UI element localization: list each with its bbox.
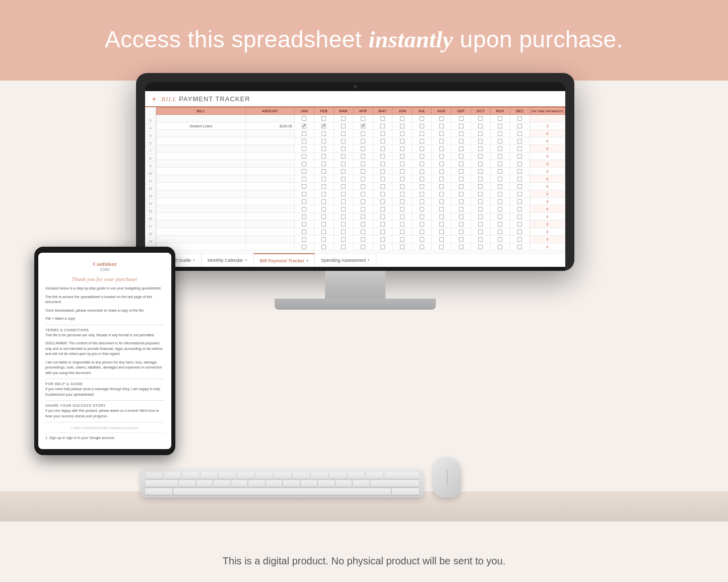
cell-month[interactable] [471, 243, 491, 251]
cell-month[interactable] [510, 221, 530, 228]
cell-month[interactable] [490, 137, 510, 145]
cell-month[interactable] [432, 228, 451, 236]
cell-month[interactable] [334, 243, 353, 251]
cell-month[interactable] [373, 198, 392, 205]
cell-month[interactable] [392, 130, 412, 137]
cell-month[interactable] [490, 168, 510, 175]
cell-month[interactable] [353, 198, 373, 205]
cell-month[interactable] [392, 228, 412, 236]
cell-month[interactable] [295, 175, 314, 183]
cell-month[interactable] [353, 153, 373, 160]
cell-month[interactable] [295, 198, 314, 205]
cell-month[interactable] [392, 198, 412, 205]
cell-month[interactable] [451, 130, 471, 137]
cell-month[interactable] [334, 236, 353, 243]
cell-month[interactable] [451, 160, 471, 168]
cell-month[interactable] [314, 183, 334, 190]
cell-month[interactable] [353, 183, 373, 190]
cell-month[interactable] [353, 205, 373, 213]
cell-month[interactable] [451, 183, 471, 190]
cell-month[interactable] [510, 153, 530, 160]
cell-month[interactable] [412, 205, 432, 213]
cell-month[interactable] [510, 213, 530, 221]
cell-month[interactable] [314, 205, 334, 213]
cell-month[interactable] [471, 168, 491, 175]
cell-month[interactable] [412, 183, 432, 190]
cell-month[interactable] [412, 243, 432, 251]
cell-month[interactable] [471, 130, 491, 137]
cell-month[interactable] [353, 137, 373, 145]
cell-month[interactable] [451, 175, 471, 183]
cell-month[interactable] [295, 153, 314, 160]
cell-month[interactable] [334, 137, 353, 145]
cell-month[interactable] [314, 122, 334, 130]
cell-month[interactable] [510, 130, 530, 137]
cell-month[interactable] [314, 168, 334, 175]
cell-month[interactable] [353, 190, 373, 198]
cell-month[interactable] [432, 137, 451, 145]
cell-month[interactable] [373, 137, 392, 145]
cell-month[interactable] [432, 175, 451, 183]
cell-month[interactable] [334, 122, 353, 130]
cell-month[interactable] [295, 243, 314, 251]
cell-month[interactable] [451, 205, 471, 213]
cell-month[interactable] [373, 183, 392, 190]
cell-month[interactable] [392, 190, 412, 198]
cell-month[interactable] [490, 115, 510, 122]
cell-month[interactable] [295, 221, 314, 228]
cell-month[interactable] [334, 190, 353, 198]
tab-item[interactable]: Monthly Calendar ▾ [202, 253, 254, 267]
cell-month[interactable] [412, 122, 432, 130]
cell-month[interactable] [353, 130, 373, 137]
cell-month[interactable] [373, 115, 392, 122]
cell-month[interactable] [373, 228, 392, 236]
cell-month[interactable] [432, 130, 451, 137]
cell-month[interactable] [412, 153, 432, 160]
cell-month[interactable] [353, 168, 373, 175]
cell-month[interactable] [373, 153, 392, 160]
cell-month[interactable] [295, 160, 314, 168]
cell-month[interactable] [451, 137, 471, 145]
cell-month[interactable] [334, 183, 353, 190]
cell-month[interactable] [510, 175, 530, 183]
cell-month[interactable] [471, 145, 491, 153]
cell-month[interactable] [432, 198, 451, 205]
cell-month[interactable] [392, 122, 412, 130]
cell-month[interactable] [432, 205, 451, 213]
cell-month[interactable] [373, 213, 392, 221]
cell-month[interactable] [334, 213, 353, 221]
cell-month[interactable] [510, 198, 530, 205]
cell-month[interactable] [490, 236, 510, 243]
cell-month[interactable] [510, 145, 530, 153]
cell-month[interactable] [392, 243, 412, 251]
cell-month[interactable] [412, 137, 432, 145]
cell-month[interactable] [314, 115, 334, 122]
cell-month[interactable] [490, 175, 510, 183]
cell-month[interactable] [510, 160, 530, 168]
cell-month[interactable] [334, 205, 353, 213]
cell-month[interactable] [392, 175, 412, 183]
cell-month[interactable] [295, 183, 314, 190]
cell-month[interactable] [373, 145, 392, 153]
cell-month[interactable] [451, 243, 471, 251]
cell-month[interactable] [510, 205, 530, 213]
cell-month[interactable] [471, 160, 491, 168]
cell-month[interactable] [412, 236, 432, 243]
cell-month[interactable] [373, 175, 392, 183]
cell-month[interactable] [353, 228, 373, 236]
cell-month[interactable] [353, 115, 373, 122]
cell-month[interactable] [295, 130, 314, 137]
cell-month[interactable] [373, 243, 392, 251]
cell-month[interactable] [373, 130, 392, 137]
cell-month[interactable] [510, 236, 530, 243]
cell-month[interactable] [490, 160, 510, 168]
cell-month[interactable] [295, 137, 314, 145]
cell-month[interactable] [353, 175, 373, 183]
cell-month[interactable] [334, 145, 353, 153]
cell-month[interactable] [314, 153, 334, 160]
cell-month[interactable] [373, 160, 392, 168]
tab-item[interactable]: Bill Payment Tracker ▾ [254, 253, 315, 267]
cell-month[interactable] [451, 213, 471, 221]
cell-month[interactable] [334, 153, 353, 160]
cell-month[interactable] [295, 205, 314, 213]
